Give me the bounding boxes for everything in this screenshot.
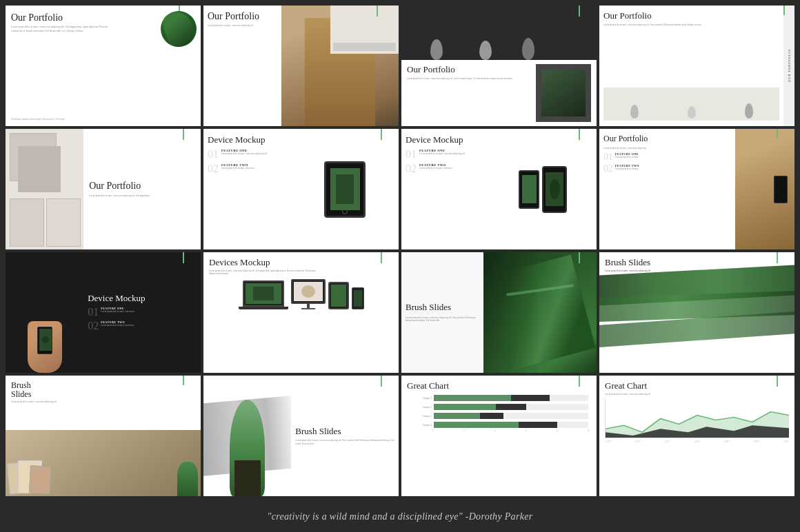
- slide-5-art: [6, 129, 83, 249]
- slide-16-chart: 80 60 40 20 0: [605, 398, 789, 438]
- slide-15-title: Great Chart: [407, 381, 591, 391]
- slide-3-right-photo: [536, 64, 591, 122]
- slide-8-text: Our Portfolio Lorem ipsum dolor sit amet…: [599, 129, 687, 249]
- green-bar-13: [183, 376, 184, 385]
- slide-8[interactable]: Our Portfolio Lorem ipsum dolor sit amet…: [599, 129, 794, 249]
- slide-3-dark-photo: [401, 6, 597, 60]
- green-bar-14: [381, 376, 382, 387]
- slide-13-photo: [6, 430, 201, 496]
- slide-11-body: Lorem ipsum dolor sit amet, consectetur …: [406, 316, 479, 323]
- slide-2-title: Our Portfolio: [208, 11, 277, 21]
- slide-14[interactable]: Brush Slides Lorem ipsum dolor sit amet,…: [203, 376, 399, 496]
- green-bar-5: [183, 129, 184, 140]
- feature-two-body: Lorem ipsum dolor sit amet consectetur.: [221, 167, 254, 170]
- slide-13-title: BrushSlides: [11, 381, 195, 399]
- slide-8-title: Our Portfolio: [603, 134, 683, 143]
- slide-1-footer: Pellentesque habitant morbi tristique. P…: [11, 118, 195, 121]
- leaf-circle: [161, 11, 197, 47]
- slide-16-body: Lorem ipsum dolor sit amet, consectetur …: [605, 393, 789, 396]
- green-bar-12: [777, 252, 778, 263]
- green-bar-3: [579, 6, 580, 17]
- slide-10-title: Devices Mockup: [209, 258, 393, 267]
- slide-3[interactable]: Our Portfolio Lorem ipsum dolor sit amet…: [401, 6, 597, 126]
- slide-5-title: Our Portfolio: [89, 181, 195, 191]
- slide-15-chart: Category 1 Category 2: [407, 395, 591, 428]
- slide-11-text: Brush Slides Lorem ipsum dolor sit amet,…: [401, 252, 483, 373]
- slide-12-title: Brush Slides: [605, 258, 789, 267]
- slide-9-text: Device Mockup 01 FEATURE ONE Lorem ipsum…: [83, 252, 201, 373]
- slide-13[interactable]: BrushSlides Lorem ipsum dolor sit amet, …: [6, 376, 201, 496]
- slide-1[interactable]: Our Portfolio Lorem ipsum dolor sit amet…: [6, 6, 201, 126]
- slide-9[interactable]: Device Mockup 01 FEATURE ONE Lorem ipsum…: [6, 252, 201, 373]
- green-bar-4: [783, 6, 785, 15]
- slide-10[interactable]: Devices Mockup Lorem ipsum dolor sit ame…: [203, 252, 399, 373]
- slide-6-tablet: [291, 129, 399, 249]
- slide-8-phone: [774, 176, 788, 203]
- feature-num-2: 02: [208, 163, 219, 174]
- slide-15[interactable]: Great Chart Category 1 Category 2: [401, 376, 597, 496]
- chart-label-3: Category 3: [410, 415, 432, 418]
- slide-3-title: Our Portfolio: [407, 64, 532, 75]
- slide-2-body: Lorem ipsum dolor sit amet, consectetur …: [208, 24, 277, 27]
- green-bar-15: [579, 376, 580, 387]
- green-bar-9: [183, 252, 184, 263]
- footer-quote: "creativity is a wild mind and a discipl…: [0, 502, 800, 532]
- quote-text: "creativity is a wild mind and a discipl…: [268, 511, 533, 522]
- slide-4-body: Lorem ipsum dolor sit amet, consectetur …: [603, 23, 779, 27]
- slide-11-photo: [483, 252, 597, 373]
- slide-16-title: Great Chart: [605, 381, 789, 391]
- slide-4-vertical-text: OUR PORTFOLIO: [788, 49, 791, 82]
- slide-3-body: Lorem ipsum dolor sit amet, consectetur …: [407, 77, 532, 80]
- chart-label-4: Category 4: [410, 424, 432, 427]
- chart-label-2: Category 2: [410, 406, 432, 409]
- slide-2[interactable]: Our Portfolio Lorem ipsum dolor sit amet…: [203, 6, 399, 126]
- slide-6-title: Device Mockup: [208, 134, 287, 145]
- slide-14-text: Brush Slides Lorem ipsum dolor sit amet,…: [291, 376, 399, 496]
- slide-16[interactable]: Great Chart Lorem ipsum dolor sit amet, …: [599, 376, 794, 496]
- slide-9-hand: [6, 252, 83, 373]
- slide-2-shelf: [330, 6, 399, 54]
- feature-num-1: 01: [208, 149, 219, 160]
- slide-14-body: Lorem ipsum dolor sit amet, consectetur …: [295, 439, 394, 445]
- slide-4-lamps: [603, 88, 779, 121]
- slide-8-f2-body: Lorem ipsum dolor sit amet.: [615, 167, 639, 170]
- slide-1-body: Lorem ipsum dolor sit amet, consectetur …: [11, 25, 112, 33]
- slide-5[interactable]: Our Portfolio Lorem ipsum dolor sit amet…: [6, 129, 201, 249]
- slide-7-f2-body: Lorem ipsum dolor sit amet consectetur.: [419, 167, 452, 170]
- slide-14-title: Brush Slides: [295, 427, 394, 436]
- slide-5-body: Lorem ipsum dolor sit amet, consectetur …: [89, 194, 195, 198]
- green-bar-11: [579, 252, 580, 263]
- slide-13-text: BrushSlides Lorem ipsum dolor sit amet, …: [11, 381, 195, 404]
- slide-8-right: [687, 129, 794, 249]
- slide-12[interactable]: Brush Slides Lorem ipsum dolor sit amet,…: [599, 252, 794, 373]
- slide-10-body: Lorem ipsum dolor sit amet, consectetur …: [209, 269, 319, 275]
- feature-one-body: Lorem ipsum dolor sit amet, consectetur …: [221, 152, 268, 155]
- slide-9-f1-body: Lorem ipsum dolor sit amet, consectetur.: [101, 310, 134, 313]
- slide-11-title: Brush Slides: [406, 303, 479, 312]
- slide-3-text: Our Portfolio Lorem ipsum dolor sit amet…: [401, 60, 597, 126]
- slide-5-text: Our Portfolio Lorem ipsum dolor sit amet…: [83, 129, 201, 249]
- slide-4[interactable]: Our Portfolio Lorem ipsum dolor sit amet…: [599, 6, 794, 126]
- slide-4-title: Our Portfolio: [603, 11, 779, 21]
- slide-7-phones: [489, 129, 597, 249]
- slide-7[interactable]: Device Mockup 01 FEATURE ONE Lorem ipsum…: [401, 129, 597, 249]
- slide-12-body: Lorem ipsum dolor sit amet, consectetur …: [605, 269, 697, 272]
- chart-label-1: Category 1: [410, 397, 432, 400]
- slide-7-f1-body: Lorem ipsum dolor sit amet, consectetur …: [419, 152, 466, 155]
- slide-4-vertical: OUR PORTFOLIO: [783, 6, 794, 126]
- slide-12-text: Brush Slides Lorem ipsum dolor sit amet,…: [605, 258, 789, 272]
- green-bar-6: [381, 129, 382, 140]
- slide-grid: Our Portfolio Lorem ipsum dolor sit amet…: [0, 0, 800, 502]
- slide-10-devices: [209, 279, 393, 309]
- slide-8-f1-body: Lorem ipsum dolor sit amet.: [615, 156, 639, 158]
- slide-7-text: Device Mockup 01 FEATURE ONE Lorem ipsum…: [401, 129, 489, 249]
- slide-15-xaxis: 0 2 4 6 8 10: [407, 429, 591, 432]
- slide-14-left: [203, 376, 291, 496]
- slide-6[interactable]: Device Mockup 01 FEATURE ONE Lorem ipsum…: [203, 129, 399, 249]
- green-bar-10: [381, 252, 382, 263]
- slide-6-text: Device Mockup 01 FEATURE ONE Lorem ipsum…: [203, 129, 291, 249]
- green-bar-7: [579, 129, 580, 140]
- green-bar-2: [377, 6, 378, 17]
- slide-7-title: Device Mockup: [406, 134, 485, 145]
- slide-11[interactable]: Brush Slides Lorem ipsum dolor sit amet,…: [401, 252, 597, 373]
